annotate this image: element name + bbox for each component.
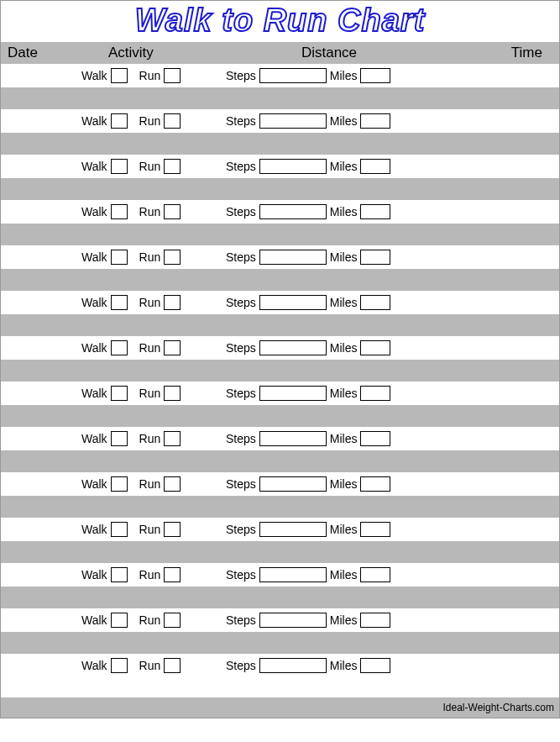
steps-input[interactable] <box>259 340 327 355</box>
steps-label: Steps <box>226 387 256 400</box>
miles-label: Miles <box>330 477 358 491</box>
miles-label: Miles <box>330 432 358 445</box>
walk-checkbox[interactable] <box>111 386 128 401</box>
run-label: Run <box>139 387 161 400</box>
miles-label: Miles <box>330 296 358 309</box>
row-spacer <box>1 314 559 336</box>
walk-checkbox[interactable] <box>111 340 128 355</box>
walk-checkbox[interactable] <box>111 613 128 628</box>
walk-checkbox[interactable] <box>111 431 128 446</box>
walk-checkbox[interactable] <box>111 295 128 310</box>
miles-input[interactable] <box>360 295 390 310</box>
run-checkbox[interactable] <box>164 204 181 219</box>
run-checkbox[interactable] <box>164 340 181 355</box>
steps-input[interactable] <box>259 431 327 446</box>
steps-label: Steps <box>226 523 256 536</box>
walk-label: Walk <box>81 160 107 173</box>
walk-checkbox[interactable] <box>111 522 128 537</box>
steps-input[interactable] <box>259 68 327 83</box>
miles-input[interactable] <box>360 431 390 446</box>
run-label: Run <box>139 432 161 445</box>
steps-input[interactable] <box>259 567 327 582</box>
run-checkbox[interactable] <box>164 567 181 582</box>
walk-checkbox[interactable] <box>111 204 128 219</box>
miles-label: Miles <box>330 114 358 128</box>
run-checkbox[interactable] <box>164 613 181 628</box>
row-spacer <box>1 269 559 291</box>
footer: Ideal-Weight-Charts.com <box>1 697 559 718</box>
miles-input[interactable] <box>360 204 390 219</box>
walk-label: Walk <box>81 296 107 309</box>
miles-input[interactable] <box>360 658 390 673</box>
run-checkbox[interactable] <box>164 159 181 174</box>
run-checkbox[interactable] <box>164 386 181 401</box>
miles-input[interactable] <box>360 567 390 582</box>
miles-input[interactable] <box>360 250 390 265</box>
miles-label: Miles <box>330 250 358 264</box>
steps-input[interactable] <box>259 204 327 219</box>
steps-label: Steps <box>226 432 256 445</box>
miles-label: Miles <box>330 69 358 82</box>
run-checkbox[interactable] <box>164 68 181 83</box>
steps-input[interactable] <box>259 250 327 265</box>
row-spacer <box>1 541 559 563</box>
run-checkbox[interactable] <box>164 522 181 537</box>
steps-label: Steps <box>226 69 256 82</box>
miles-input[interactable] <box>360 68 390 83</box>
steps-input[interactable] <box>259 295 327 310</box>
run-checkbox[interactable] <box>164 476 181 492</box>
steps-input[interactable] <box>259 113 327 129</box>
steps-input[interactable] <box>259 159 327 174</box>
miles-input[interactable] <box>360 386 390 401</box>
walk-label: Walk <box>81 523 107 536</box>
run-label: Run <box>139 523 161 536</box>
steps-label: Steps <box>226 205 256 218</box>
miles-label: Miles <box>330 160 358 173</box>
row-spacer <box>1 178 559 200</box>
walk-label: Walk <box>81 613 107 627</box>
walk-label: Walk <box>81 205 107 218</box>
run-label: Run <box>139 659 161 672</box>
steps-label: Steps <box>226 114 256 128</box>
log-row: WalkRunStepsMiles <box>1 608 559 632</box>
run-checkbox[interactable] <box>164 113 181 129</box>
steps-label: Steps <box>226 477 256 491</box>
steps-label: Steps <box>226 160 256 173</box>
miles-input[interactable] <box>360 613 390 628</box>
miles-input[interactable] <box>360 113 390 129</box>
miles-input[interactable] <box>360 522 390 537</box>
log-row: WalkRunStepsMiles <box>1 155 559 178</box>
walk-checkbox[interactable] <box>111 658 128 673</box>
walk-checkbox[interactable] <box>111 567 128 582</box>
walk-checkbox[interactable] <box>111 159 128 174</box>
steps-label: Steps <box>226 613 256 627</box>
miles-input[interactable] <box>360 476 390 492</box>
run-checkbox[interactable] <box>164 295 181 310</box>
log-row: WalkRunStepsMiles <box>1 472 559 496</box>
run-label: Run <box>139 296 161 309</box>
header-time: Time <box>511 45 559 61</box>
run-checkbox[interactable] <box>164 250 181 265</box>
steps-input[interactable] <box>259 658 327 673</box>
run-checkbox[interactable] <box>164 658 181 673</box>
walk-checkbox[interactable] <box>111 476 128 492</box>
steps-input[interactable] <box>259 613 327 628</box>
steps-label: Steps <box>226 341 256 355</box>
walk-label: Walk <box>81 568 107 581</box>
walk-label: Walk <box>81 341 107 355</box>
walk-checkbox[interactable] <box>111 113 128 129</box>
walk-checkbox[interactable] <box>111 68 128 83</box>
header-distance: Distance <box>251 45 511 61</box>
miles-input[interactable] <box>360 340 390 355</box>
walk-label: Walk <box>81 477 107 491</box>
walk-checkbox[interactable] <box>111 250 128 265</box>
miles-label: Miles <box>330 659 358 672</box>
miles-input[interactable] <box>360 159 390 174</box>
steps-input[interactable] <box>259 386 327 401</box>
steps-input[interactable] <box>259 476 327 492</box>
run-label: Run <box>139 568 161 581</box>
run-checkbox[interactable] <box>164 431 181 446</box>
row-spacer <box>1 133 559 155</box>
steps-input[interactable] <box>259 522 327 537</box>
run-label: Run <box>139 69 161 82</box>
